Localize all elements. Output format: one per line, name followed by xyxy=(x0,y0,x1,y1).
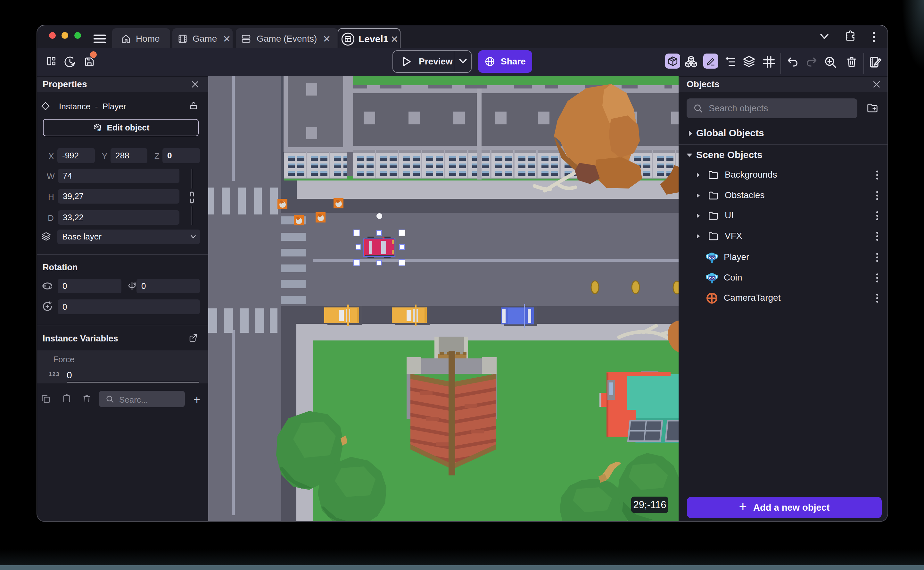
svg-text:29;-116: 29;-116 xyxy=(634,499,666,510)
svg-text:3D: 3D xyxy=(98,129,101,132)
